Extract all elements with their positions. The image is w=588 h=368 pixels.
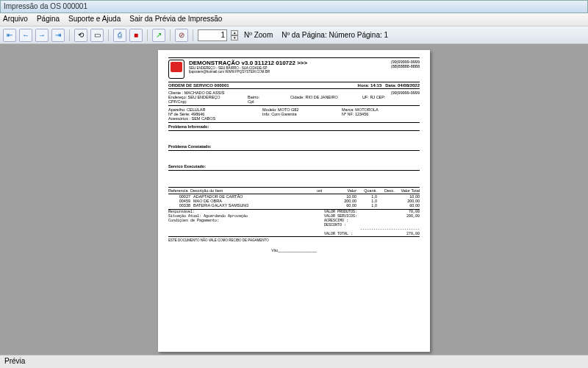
- cliente-uf: UF: RJ CEP:: [362, 95, 385, 99]
- menu-suporte[interactable]: Suporte e Ajuda: [68, 15, 121, 24]
- zoom-input[interactable]: 1: [198, 29, 227, 41]
- nav-last-icon[interactable]: ⇥: [51, 29, 65, 42]
- items-header: Referencia Descrição do Item uni Valor Q…: [168, 187, 420, 194]
- item-row: 00338BATERIA GALAXY SAMSUNG60,001,060,00: [168, 203, 420, 208]
- print-icon[interactable]: ⎙: [113, 29, 126, 42]
- os-title-bar: ORDEM DE SERVICO 000001 Hora: 14:15 Data…: [168, 82, 420, 89]
- os-hora: 14:15: [370, 83, 381, 88]
- acessorios: Acessórios : SEM CABOS: [168, 116, 215, 121]
- nav-first-icon[interactable]: ⇤: [3, 29, 16, 42]
- status-text: Prévia: [4, 357, 25, 365]
- company-title: DEMONSTRAÇÃO v3.0 311212 010722 >>>: [189, 60, 387, 66]
- col-total: Valor Total: [395, 188, 420, 193]
- col-quant: Quanti.: [356, 188, 377, 193]
- cliente-cpl: Cpl:: [248, 99, 255, 104]
- zoom-label: Nº Zoom: [244, 31, 273, 39]
- preview-workspace: DEMONSTRAÇÃO v3.0 311212 010722 >>> SEU …: [0, 44, 588, 355]
- signature-line: Víto___________________: [168, 248, 420, 252]
- totals-block: Responsável: Situação Atual: Aguardando …: [168, 209, 420, 237]
- col-ref: Referencia: [168, 188, 190, 193]
- page-number-label: Nº da Página: Número Página: 1: [282, 31, 388, 39]
- os-hora-label: Hora:: [358, 83, 370, 88]
- tot-total: 270,00: [393, 232, 420, 236]
- col-uni: uni: [317, 188, 334, 193]
- nf: Nº NF: 123456: [342, 112, 368, 116]
- company-contact: fpqsistem@hotmail.com WWW.FPQSYSTEM.COM.…: [189, 70, 387, 74]
- nav-prev-icon[interactable]: ←: [19, 29, 32, 42]
- fine-print: ESTE DOCUMENTO NÃO VALE COMO RECIBO DE P…: [168, 238, 420, 242]
- problema-constatado: Problema Constatado:: [168, 143, 420, 151]
- doc-header: DEMONSTRAÇÃO v3.0 311212 010722 >>> SEU …: [168, 57, 420, 79]
- col-desconto: Desc.: [377, 188, 395, 193]
- zoom-spinner[interactable]: ▴▾: [231, 30, 238, 40]
- statusbar: Prévia: [0, 355, 588, 368]
- cliente-fone: (99)99999-9999: [391, 91, 420, 95]
- menu-sair[interactable]: Sair da Prévia de Impressão: [129, 15, 222, 24]
- nav-next-icon[interactable]: →: [35, 29, 49, 42]
- tot-total-label: VALOR TOTAL :: [324, 232, 393, 236]
- condicoes: Condições de Pagamento:: [168, 219, 324, 223]
- os-data-label: Data:: [385, 83, 396, 88]
- cliente-block: Cliente : MACHADO DE ASSIS(99)99999-9999…: [168, 89, 420, 106]
- close-icon[interactable]: ⊘: [175, 29, 188, 42]
- menu-arquivo[interactable]: Arquivo: [3, 15, 28, 24]
- servico-executado: Servico Executado:: [168, 163, 420, 171]
- page-setup-icon[interactable]: ▭: [90, 29, 104, 42]
- company-logo-icon: [168, 60, 184, 79]
- os-data: 04/08/2022: [398, 83, 420, 88]
- os-number: ORDEM DE SERVICO 000001: [168, 83, 358, 88]
- export-icon[interactable]: ↗: [152, 29, 165, 42]
- menu-pagina[interactable]: Página: [37, 15, 60, 24]
- phone-2: (88)88888-8888: [391, 64, 420, 68]
- toolbar: ⇤ ← → ⇥ ⟲ ▭ ⎙ ■ ↗ ⊘ 1 ▴▾ Nº Zoom Nº da P…: [0, 26, 588, 44]
- menubar: Arquivo Página Suporte e Ajuda Sair da P…: [0, 13, 588, 26]
- document-page: DEMONSTRAÇÃO v3.0 311212 010722 >>> SEU …: [158, 50, 430, 352]
- window-titlebar: Impressão da OS 000001: [0, 0, 588, 13]
- zoom-reset-icon[interactable]: ⟲: [74, 29, 87, 42]
- save-icon[interactable]: ■: [129, 29, 143, 42]
- info: Info: Com Garantia: [262, 112, 336, 116]
- col-desc: Descrição do Item: [190, 188, 317, 193]
- col-valor: Valor: [334, 188, 356, 193]
- cliente-cidade: Cidade: RIO DE JANEIRO: [290, 95, 356, 99]
- aparelho-block: Aparelho: CELULARModelo: MOTO G82Marca: …: [168, 106, 420, 123]
- problema-informado: Problema Informado:: [168, 123, 420, 131]
- cliente-cpf: CPF/Cnpj:: [168, 99, 242, 104]
